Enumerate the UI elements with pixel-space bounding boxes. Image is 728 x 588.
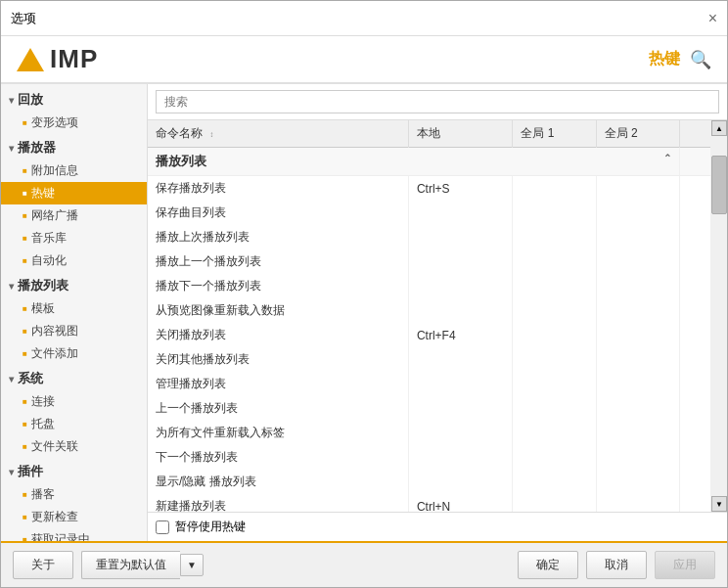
cmd-name: 下一个播放列表 bbox=[148, 445, 408, 470]
cmd-global2[interactable] bbox=[596, 347, 679, 372]
sidebar-section-title-playlist[interactable]: 播放列表 bbox=[1, 274, 147, 297]
about-button[interactable]: 关于 bbox=[13, 551, 73, 579]
table-row[interactable]: 关闭其他播放列表 bbox=[148, 347, 711, 372]
table-row[interactable]: 播放上次播放列表 bbox=[148, 225, 711, 249]
reset-default-button[interactable]: 重置为默认值 bbox=[81, 551, 180, 579]
scrollbar-thumb[interactable] bbox=[711, 156, 727, 214]
sidebar-item-file-assoc[interactable]: 文件关联 bbox=[1, 435, 147, 458]
table-row[interactable]: 从预览图像重新载入数据 bbox=[148, 298, 711, 323]
sidebar-item-content-view[interactable]: 内容视图 bbox=[1, 320, 147, 342]
cmd-local[interactable] bbox=[408, 347, 513, 372]
sidebar-item-get-log[interactable]: 获取记录中 bbox=[1, 528, 147, 541]
cmd-name: 新建播放列表 bbox=[148, 494, 408, 512]
sidebar-item-update-check[interactable]: 更新检查 bbox=[1, 506, 147, 528]
sidebar-item-automation[interactable]: 自动化 bbox=[1, 249, 147, 272]
table-row[interactable]: 播放上一个播放列表 bbox=[148, 249, 711, 274]
table-row[interactable]: 保存曲目列表 bbox=[148, 201, 711, 225]
sidebar-section-title-player[interactable]: 播放器 bbox=[1, 136, 147, 159]
cmd-global2[interactable] bbox=[596, 396, 679, 421]
cmd-local[interactable] bbox=[408, 396, 513, 421]
cmd-global2[interactable] bbox=[596, 494, 679, 512]
main-content: 回放 变形选项 播放器 附加信息 热键 网络广播 音乐库 自动化 播放列表 模板… bbox=[1, 84, 727, 541]
collapse-btn-playlist[interactable]: ⌃ bbox=[663, 153, 671, 163]
sidebar-item-tray[interactable]: 托盘 bbox=[1, 413, 147, 435]
cmd-global1[interactable] bbox=[513, 274, 596, 298]
cmd-local[interactable] bbox=[408, 201, 513, 225]
cmd-global2[interactable] bbox=[596, 274, 679, 298]
cmd-global1[interactable] bbox=[513, 298, 596, 323]
vertical-scrollbar[interactable]: ▲ ▼ bbox=[711, 120, 727, 512]
sidebar-item-template[interactable]: 模板 bbox=[1, 297, 147, 320]
cmd-global2[interactable] bbox=[596, 298, 679, 323]
sidebar-item-connection[interactable]: 连接 bbox=[1, 390, 147, 413]
cmd-local[interactable] bbox=[408, 470, 513, 494]
cmd-local[interactable]: Ctrl+F4 bbox=[408, 323, 513, 347]
cmd-global2[interactable] bbox=[596, 176, 679, 202]
cmd-global2[interactable] bbox=[596, 225, 679, 249]
cmd-global1[interactable] bbox=[513, 470, 596, 494]
cmd-global1[interactable] bbox=[513, 249, 596, 274]
table-row[interactable]: 播放下一个播放列表 bbox=[148, 274, 711, 298]
sidebar-item-network-radio[interactable]: 网络广播 bbox=[1, 204, 147, 227]
cmd-global2[interactable] bbox=[596, 421, 679, 445]
scrollbar-down-arrow[interactable]: ▼ bbox=[711, 496, 727, 512]
reset-default-dropdown-arrow[interactable]: ▼ bbox=[180, 554, 204, 576]
pause-hotkey-label: 暂停使用热键 bbox=[175, 519, 246, 535]
scrollbar-up-arrow[interactable]: ▲ bbox=[711, 120, 727, 136]
table-row[interactable]: 上一个播放列表 bbox=[148, 396, 711, 421]
cmd-global1[interactable] bbox=[513, 176, 596, 202]
cmd-global1[interactable] bbox=[513, 396, 596, 421]
close-button[interactable]: × bbox=[708, 11, 717, 26]
table-row[interactable]: 下一个播放列表 bbox=[148, 445, 711, 470]
section-arrow-playlist bbox=[679, 148, 710, 176]
sidebar-item-hotkey[interactable]: 热键 bbox=[1, 182, 147, 204]
cmd-local[interactable] bbox=[408, 298, 513, 323]
cmd-local[interactable] bbox=[408, 274, 513, 298]
cmd-global2[interactable] bbox=[596, 445, 679, 470]
cmd-global1[interactable] bbox=[513, 445, 596, 470]
cmd-global2[interactable] bbox=[596, 249, 679, 274]
cmd-global2[interactable] bbox=[596, 323, 679, 347]
search-icon-button[interactable]: 🔍 bbox=[690, 49, 711, 70]
cmd-global1[interactable] bbox=[513, 494, 596, 512]
sidebar-section-title-plugins[interactable]: 插件 bbox=[1, 460, 147, 483]
cmd-global1[interactable] bbox=[513, 201, 596, 225]
cmd-global1[interactable] bbox=[513, 347, 596, 372]
cmd-local[interactable] bbox=[408, 445, 513, 470]
sidebar-section-title-system[interactable]: 系统 bbox=[1, 367, 147, 390]
table-row[interactable]: 保存播放列表 Ctrl+S bbox=[148, 176, 711, 202]
search-input[interactable] bbox=[156, 90, 719, 113]
cmd-name: 播放下一个播放列表 bbox=[148, 274, 408, 298]
cmd-global1[interactable] bbox=[513, 225, 596, 249]
cmd-local[interactable] bbox=[408, 421, 513, 445]
cmd-global2[interactable] bbox=[596, 372, 679, 396]
cmd-global1[interactable] bbox=[513, 323, 596, 347]
cmd-local[interactable] bbox=[408, 249, 513, 274]
table-row[interactable]: 新建播放列表 Ctrl+N bbox=[148, 494, 711, 512]
sidebar-item-file-add[interactable]: 文件添加 bbox=[1, 342, 147, 365]
table-row[interactable]: 为所有文件重新载入标签 bbox=[148, 421, 711, 445]
cmd-local[interactable]: Ctrl+S bbox=[408, 176, 513, 202]
table-row[interactable]: 显示/隐藏 播放列表 bbox=[148, 470, 711, 494]
cmd-local[interactable]: Ctrl+N bbox=[408, 494, 513, 512]
ok-button[interactable]: 确定 bbox=[518, 551, 578, 579]
table-row[interactable]: 关闭播放列表 Ctrl+F4 bbox=[148, 323, 711, 347]
cmd-global2[interactable] bbox=[596, 470, 679, 494]
table-row[interactable]: 管理播放列表 bbox=[148, 372, 711, 396]
cmd-local[interactable] bbox=[408, 372, 513, 396]
cmd-local[interactable] bbox=[408, 225, 513, 249]
sidebar-item-music-library[interactable]: 音乐库 bbox=[1, 227, 147, 249]
sidebar-item-addon-info[interactable]: 附加信息 bbox=[1, 159, 147, 182]
cmd-global1[interactable] bbox=[513, 421, 596, 445]
cmd-global1[interactable] bbox=[513, 372, 596, 396]
sidebar-section-title-playback[interactable]: 回放 bbox=[1, 88, 147, 112]
sidebar-item-transform[interactable]: 变形选项 bbox=[1, 112, 147, 134]
pause-hotkey-checkbox[interactable] bbox=[156, 520, 169, 534]
cmd-global2[interactable] bbox=[596, 201, 679, 225]
apply-button[interactable]: 应用 bbox=[655, 551, 715, 579]
cmd-arrow bbox=[679, 396, 710, 421]
cmd-arrow bbox=[679, 249, 710, 274]
cancel-button[interactable]: 取消 bbox=[586, 551, 647, 579]
cmd-arrow bbox=[679, 421, 710, 445]
sidebar-item-podcast[interactable]: 播客 bbox=[1, 483, 147, 506]
